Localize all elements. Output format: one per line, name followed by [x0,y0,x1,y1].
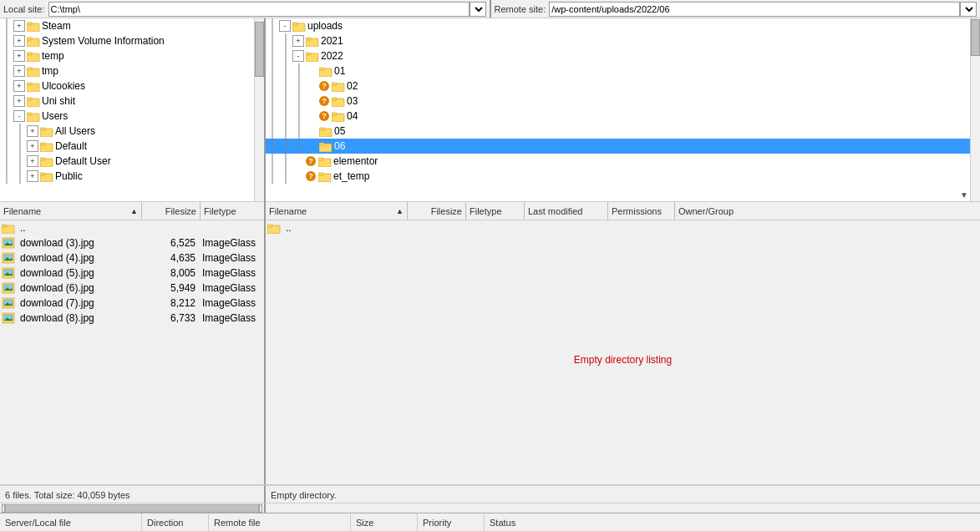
remote-file-row[interactable]: .. [266,220,980,235]
local-col-filesize[interactable]: Filesize [142,202,201,220]
tree-item-2022[interactable]: - 2022 [266,48,970,63]
tree-item-01[interactable]: 01 [266,63,970,78]
local-file-list[interactable]: .. download (3).jpg6,525ImageGlass downl… [0,220,264,484]
local-site-label: Local site: [3,4,45,14]
remote-site-bar: Remote site: ▼ [491,0,981,18]
remote-site-input[interactable] [549,2,960,17]
expand-defaultuser[interactable]: + [27,155,38,167]
file-type: ImageGlass [199,237,264,249]
file-row[interactable]: download (6).jpg5,949ImageGlass [0,281,264,296]
tree-item-users[interactable]: - Users [0,109,254,124]
status-areas: 6 files. Total size: 40,059 bytes Empty … [0,484,980,503]
transfer-server-local: Server/Local file [0,513,142,531]
tree-item-uploads[interactable]: - uploads [266,18,970,33]
folder-icon-02 [332,81,345,92]
tree-label-ettemp: et_temp [333,170,369,182]
file-row[interactable]: download (5).jpg8,005ImageGlass [0,266,264,281]
svg-rect-8 [27,53,32,55]
svg-rect-24 [40,128,45,130]
svg-rect-97 [319,143,324,145]
remote-empty-msg: Empty directory listing [266,235,980,484]
expand-sysvolinfo[interactable]: + [13,35,25,47]
svg-rect-92 [319,128,324,130]
file-icon [0,312,17,324]
remote-site-dropdown[interactable]: ▼ [960,2,977,17]
file-row[interactable]: download (4).jpg4,635ImageGlass [0,250,264,266]
remote-col-permissions[interactable]: Permissions [608,202,675,220]
svg-rect-17 [27,98,32,100]
remote-file-list[interactable]: .. Empty directory listing [266,220,980,484]
tree-item-04[interactable]: ? 04 [266,109,970,124]
folder-icon-steam [27,21,40,32]
file-row[interactable]: .. [0,220,264,235]
svg-rect-28 [40,143,45,145]
tree-item-2021[interactable]: + 2021 [266,33,970,48]
tree-item-allusers[interactable]: + All Users [0,124,254,139]
left-pane: + Steam+ System Volume Information+ temp… [0,18,266,484]
file-row[interactable]: download (8).jpg6,733ImageGlass [0,311,264,326]
file-row[interactable]: download (7).jpg8,212ImageGlass [0,296,264,311]
remote-col-ownergroup[interactable]: Owner/Group [675,202,980,220]
folder-icon-ulcookies [27,81,40,92]
expand-tmp[interactable]: + [13,65,25,77]
expand-public[interactable]: + [27,170,38,182]
file-row[interactable]: download (3).jpg6,525ImageGlass [0,235,264,250]
file-type: ImageGlass [199,282,264,294]
remote-file-name: .. [282,222,406,234]
remote-col-lastmod[interactable]: Last modified [525,202,608,220]
tree-item-public[interactable]: + Public [0,169,254,184]
local-site-dropdown[interactable]: ▼ [470,2,486,17]
tree-item-05[interactable]: 05 [266,124,970,139]
tree-item-ettemp[interactable]: ? et_temp [266,169,970,184]
local-tree-scroll[interactable]: + Steam+ System Volume Information+ temp… [0,18,264,201]
expand-allusers[interactable]: + [27,125,38,137]
tree-label-05: 05 [334,125,345,137]
tree-label-defaultuser: Default User [55,155,111,167]
local-hscrollbar[interactable] [0,503,266,513]
expand-2021[interactable]: + [292,35,304,47]
tree-item-06[interactable]: 06 [266,139,970,154]
tree-item-ulcookies[interactable]: + Ulcookies [0,78,254,94]
file-name: download (6).jpg [17,282,140,294]
tree-label-users: Users [42,110,68,122]
remote-tree-collapse[interactable]: ▼ [960,190,968,200]
remote-col-filetype[interactable]: Filetype [466,202,525,220]
local-tree-scrollbar[interactable] [254,18,264,201]
tree-item-defaultuser[interactable]: + Default User [0,154,254,169]
file-type: ImageGlass [199,297,264,309]
tree-item-steam[interactable]: + Steam [0,18,254,33]
tree-item-sysvolinfo[interactable]: + System Volume Information [0,33,254,48]
remote-col-filesize[interactable]: Filesize [408,202,466,220]
expand-users[interactable]: - [13,110,25,122]
expand-unishit[interactable]: + [13,95,25,107]
file-name: download (3).jpg [17,237,140,249]
expand-2022[interactable]: - [292,50,304,62]
expand-ulcookies[interactable]: + [13,80,25,92]
remote-tree-scrollbar[interactable] [970,18,980,201]
tree-item-elementor[interactable]: ? elementor [266,154,970,169]
file-name: .. [17,222,140,234]
remote-file-icon [266,223,282,234]
remote-col-filename[interactable]: Filename ▲ [266,202,408,220]
expand-temp[interactable]: + [13,50,25,62]
tree-item-02[interactable]: ? 02 [266,78,970,94]
tree-item-default[interactable]: + Default [0,139,254,154]
tree-item-03[interactable]: ? 03 [266,94,970,109]
local-col-filetype[interactable]: Filetype [201,202,264,220]
tree-label-uploads: uploads [307,20,343,32]
tree-item-tmp[interactable]: + tmp [0,63,254,78]
tree-item-unishit[interactable]: + Uni shit [0,94,254,109]
site-bars-row: Local site: ▼ Remote site: ▼ [0,0,980,18]
svg-rect-63 [306,38,311,40]
file-icon [0,267,17,279]
remote-tree-scroll[interactable]: - uploads+ 2021- 2022 01? 02? 03? 04 05 … [266,18,980,201]
file-icon [0,223,17,234]
expand-steam[interactable]: + [13,20,25,32]
expand-default[interactable]: + [27,140,38,152]
tree-item-temp[interactable]: + temp [0,48,254,63]
expand-uploads[interactable]: - [279,20,291,32]
folder-icon-temp [27,51,40,62]
local-col-filename[interactable]: Filename ▲ [0,202,142,220]
remote-site-label: Remote site: [495,4,546,14]
local-site-input[interactable] [48,2,470,17]
